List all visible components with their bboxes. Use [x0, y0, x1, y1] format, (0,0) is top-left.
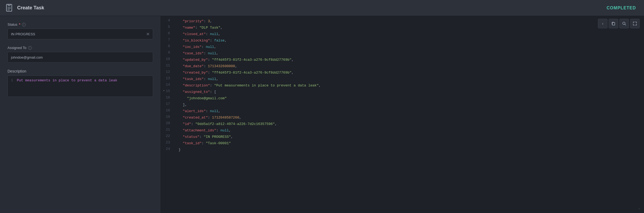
status-group: Status * i IN PROGRESS ✕ [8, 22, 153, 39]
code-content: "created_by": "ff4d45f3-81f2-4ca3-a276-9… [174, 70, 298, 76]
svg-line-6 [625, 24, 626, 25]
back-button[interactable]: ‹ [598, 19, 608, 28]
table-row: 18 "alert_ids": null, [161, 108, 644, 115]
line-number: 13 [161, 76, 174, 80]
line-number: 22 [161, 134, 174, 138]
table-row: 6 "closed_at": null, [161, 31, 644, 37]
code-content: "case_ids": null, [174, 51, 223, 56]
line-number: 11 [161, 63, 174, 67]
scroll-arrows: ⌄ [636, 206, 642, 211]
table-row: 10 "updated_by": "ff4d45f3-81f2-4ca3-a27… [161, 57, 644, 63]
line-number: 12 [161, 70, 174, 74]
page-title: Create Task [17, 5, 44, 11]
code-content: "created_at": 1712048587260, [174, 115, 246, 121]
clear-status-button[interactable]: ✕ [146, 32, 150, 37]
assigned-to-input[interactable] [8, 52, 153, 63]
code-area: 4 "priority": 3,5 "name": "DLP Task",6 "… [161, 16, 644, 213]
line-number: 23 [161, 140, 174, 144]
line-number: 6 [161, 31, 174, 35]
svg-rect-4 [612, 22, 615, 25]
code-content: "task_id": "Task-00001" [174, 140, 235, 146]
table-row: 23 "task_id": "Task-00001" [161, 140, 644, 147]
code-content: "alert_ids": null, [174, 108, 225, 114]
code-content: "closed_at": null, [174, 31, 225, 37]
left-panel: Status * i IN PROGRESS ✕ Assigned To i D… [0, 16, 161, 213]
code-content: "status": "IN PROGRESS", [174, 134, 237, 140]
description-line-num: 1 [11, 78, 13, 82]
line-number: 24 [161, 147, 174, 151]
code-content: "task_ids": null, [174, 76, 223, 82]
code-content: "attachment_ids": null, [174, 128, 235, 134]
table-row: 16 "johndoe@gmail.com" [161, 95, 644, 102]
table-row: 12 "created_by": "ff4d45f3-81f2-4ca3-a27… [161, 70, 644, 76]
table-row: 15▾ "assigned_to": [ [161, 89, 644, 95]
header: Create Task COMPLETED [0, 0, 644, 16]
table-row: 22 "status": "IN PROGRESS", [161, 134, 644, 140]
table-row: 17 ], [161, 102, 644, 108]
table-row: 24} [161, 147, 644, 153]
line-number: 10 [161, 57, 174, 61]
line-number: 21 [161, 128, 174, 132]
table-row: 8 "ioc_ids": null, [161, 44, 644, 50]
line-number: 17 [161, 102, 174, 106]
description-group: Description 1Put measurements in place t… [8, 69, 153, 97]
copy-button[interactable] [609, 19, 618, 28]
code-content: "id": "0dd5a1f2-a812-4974-a226-7d2c16357… [174, 121, 281, 127]
main-layout: Status * i IN PROGRESS ✕ Assigned To i D… [0, 16, 644, 213]
table-row: 7 "is_blocking": false, [161, 37, 644, 44]
code-content: "updated_by": "ff4d45f3-81f2-4ca3-a276-9… [174, 57, 298, 63]
code-content: ], [174, 102, 191, 108]
table-row: 5 "name": "DLP Task", [161, 25, 644, 31]
code-content: "name": "DLP Task", [174, 25, 227, 31]
line-number: 14 [161, 83, 174, 87]
line-number: 20 [161, 121, 174, 125]
status-field[interactable]: IN PROGRESS ✕ [8, 29, 153, 39]
required-indicator: * [19, 22, 20, 26]
description-label: Description [8, 69, 153, 73]
status-value: IN PROGRESS [11, 32, 35, 36]
status-label: Status * i [8, 22, 153, 26]
table-row: 21 "attachment_ids": null, [161, 127, 644, 134]
line-number: 8 [161, 44, 174, 48]
status-badge: COMPLETED [607, 6, 636, 10]
table-row: 14 "description": "Put measurements in p… [161, 82, 644, 89]
assigned-to-info-icon[interactable]: i [28, 46, 32, 50]
code-content: "description": "Put measurements in plac… [174, 83, 325, 89]
line-number: 18 [161, 108, 174, 112]
code-content: "is_blocking": false, [174, 38, 231, 44]
table-row: 9 "case_ids": null, [161, 50, 644, 57]
code-content: "assigned_to": [ [174, 89, 220, 95]
status-info-icon[interactable]: i [22, 23, 26, 26]
assigned-to-group: Assigned To i [8, 46, 153, 63]
scroll-down-icon[interactable]: ⌄ [636, 206, 642, 211]
code-content: "ioc_ids": null, [174, 44, 220, 50]
table-row: 19 "created_at": 1712048587260, [161, 115, 644, 121]
line-number: 19 [161, 115, 174, 119]
description-editor[interactable]: 1Put measurements in place to prevent a … [8, 75, 153, 97]
description-value: Put measurements in place to prevent a d… [17, 78, 117, 82]
table-row: 4 "priority": 3, [161, 18, 644, 25]
table-row: 20 "id": "0dd5a1f2-a812-4974-a226-7d2c16… [161, 121, 644, 127]
assigned-to-label: Assigned To i [8, 46, 153, 50]
line-number: 5 [161, 25, 174, 29]
line-number: 7 [161, 38, 174, 42]
expand-button[interactable] [630, 19, 640, 28]
table-row: 13 "task_ids": null, [161, 76, 644, 82]
code-content: } [174, 147, 185, 153]
code-content: "due_date": 1713432600000, [174, 63, 241, 69]
line-number: 4 [161, 18, 174, 22]
code-toolbar: ‹ [598, 19, 640, 28]
code-content: "priority": 3, [174, 18, 216, 24]
table-row: 11 "due_date": 1713432600000, [161, 63, 644, 70]
line-number: 15▾ [161, 89, 174, 93]
header-icon [5, 4, 14, 12]
code-content: "johndoe@gmail.com" [174, 96, 231, 101]
right-panel: ‹ [161, 16, 644, 213]
search-button[interactable] [619, 19, 629, 28]
line-number: 9 [161, 51, 174, 55]
line-number: 16 [161, 96, 174, 100]
